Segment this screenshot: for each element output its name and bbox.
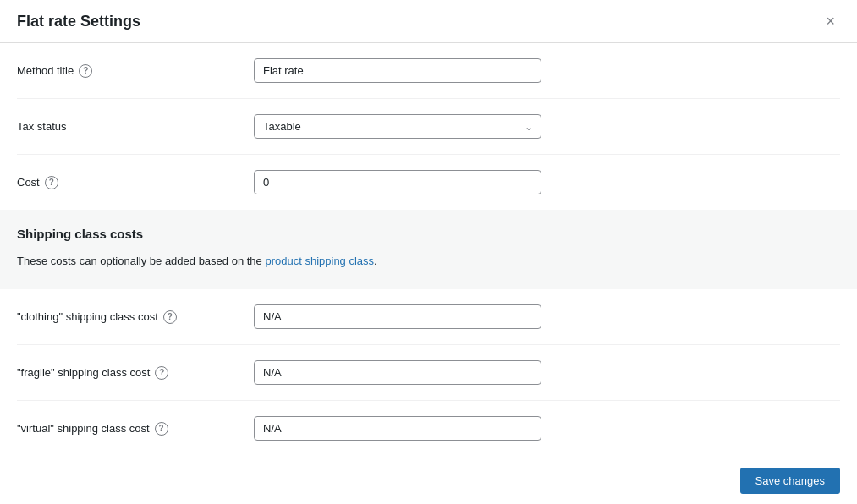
tax-status-control: Taxable None ⌄ — [254, 114, 541, 139]
tax-status-label: Tax status — [17, 120, 254, 133]
modal-header: Flat rate Settings × — [0, 0, 857, 43]
clothing-shipping-control — [254, 304, 541, 329]
clothing-shipping-row: "clothing" shipping class cost ? — [17, 289, 840, 345]
method-title-control — [254, 58, 541, 83]
modal-container: Flat rate Settings × Method title ? Tax … — [0, 0, 857, 504]
tax-status-select[interactable]: Taxable None — [254, 114, 541, 139]
modal-footer: Save changes — [0, 457, 857, 504]
product-shipping-class-link[interactable]: product shipping class — [265, 255, 374, 267]
shipping-class-heading: Shipping class costs — [17, 227, 840, 241]
cost-help-icon[interactable]: ? — [45, 176, 58, 189]
basic-settings-section: Method title ? Tax status Taxable None — [0, 43, 857, 210]
modal-body: Method title ? Tax status Taxable None — [0, 43, 857, 457]
virtual-shipping-control — [254, 416, 541, 441]
virtual-shipping-row: "virtual" shipping class cost ? — [17, 401, 840, 456]
cost-row: Cost ? — [17, 155, 840, 210]
method-title-row: Method title ? — [17, 43, 840, 99]
fragile-shipping-control — [254, 360, 541, 385]
method-title-label: Method title ? — [17, 64, 254, 78]
virtual-shipping-input[interactable] — [254, 416, 541, 441]
virtual-help-icon[interactable]: ? — [155, 422, 168, 436]
virtual-shipping-label: "virtual" shipping class cost ? — [17, 422, 254, 436]
tax-status-row: Tax status Taxable None ⌄ — [17, 99, 840, 155]
shipping-class-note: These costs can optionally be added base… — [17, 249, 840, 272]
clothing-shipping-input[interactable] — [254, 304, 541, 329]
fragile-shipping-input[interactable] — [254, 360, 541, 385]
save-changes-button[interactable]: Save changes — [740, 468, 840, 494]
method-title-help-icon[interactable]: ? — [79, 64, 92, 78]
cost-control — [254, 170, 541, 194]
fragile-shipping-row: "fragile" shipping class cost ? — [17, 345, 840, 401]
close-button[interactable]: × — [821, 12, 840, 30]
method-title-input[interactable] — [254, 58, 541, 83]
cost-input[interactable] — [254, 170, 541, 194]
clothing-shipping-label: "clothing" shipping class cost ? — [17, 310, 254, 324]
shipping-class-section-header: Shipping class costs These costs can opt… — [0, 210, 857, 289]
fragile-help-icon[interactable]: ? — [155, 366, 168, 380]
shipping-class-fields: "clothing" shipping class cost ? "fragil… — [0, 289, 857, 456]
tax-status-select-wrapper: Taxable None ⌄ — [254, 114, 541, 139]
clothing-help-icon[interactable]: ? — [163, 310, 177, 324]
cost-label: Cost ? — [17, 176, 254, 189]
fragile-shipping-label: "fragile" shipping class cost ? — [17, 366, 254, 380]
modal-title: Flat rate Settings — [17, 13, 140, 30]
